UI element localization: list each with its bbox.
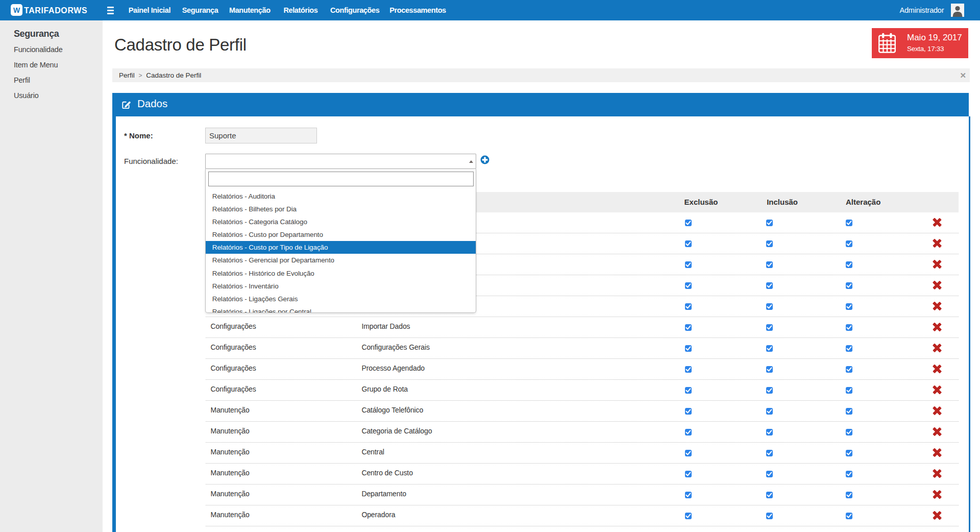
svg-text:W: W xyxy=(13,6,20,14)
